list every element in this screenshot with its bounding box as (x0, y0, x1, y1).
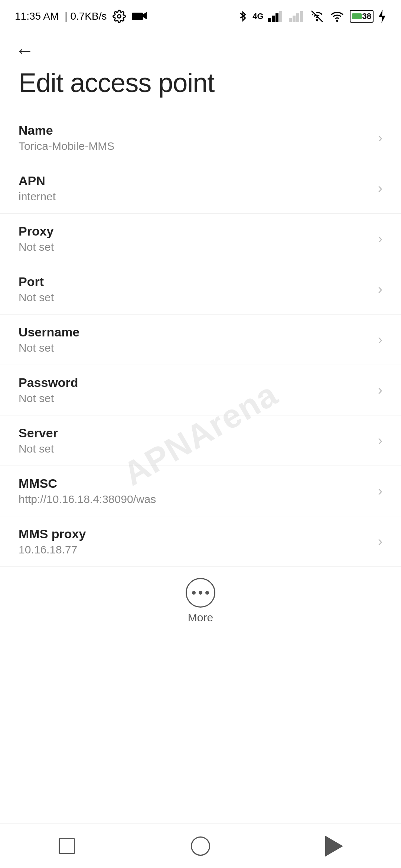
settings-item-proxy[interactable]: Proxy Not set › (0, 214, 401, 264)
gear-icon (113, 10, 126, 23)
settings-value-server: Not set (19, 443, 371, 455)
settings-value-port: Not set (19, 291, 371, 304)
svg-point-13 (336, 20, 338, 22)
svg-rect-1 (132, 13, 143, 20)
settings-label-apn: APN (19, 174, 371, 188)
chevron-right-icon: › (378, 130, 382, 146)
settings-value-mms-proxy: 10.16.18.77 (19, 543, 371, 556)
nav-bar (0, 823, 401, 868)
status-bar: 11:35 AM | 0.7KB/s 4G (0, 0, 401, 30)
chevron-right-icon: › (378, 282, 382, 297)
nav-home-button[interactable] (186, 831, 215, 861)
more-dot-2 (199, 591, 202, 595)
settings-label-password: Password (19, 375, 371, 390)
settings-label-username: Username (19, 325, 371, 339)
settings-label-mms-proxy: MMS proxy (19, 527, 371, 541)
settings-label-name: Name (19, 123, 371, 138)
settings-item-server[interactable]: Server Not set › (0, 415, 401, 466)
bluetooth-icon (238, 10, 248, 23)
signal-bars-icon (268, 10, 284, 23)
svg-rect-8 (293, 16, 296, 22)
svg-rect-4 (272, 16, 275, 22)
settings-value-mmsc: http://10.16.18.4:38090/was (19, 493, 371, 506)
settings-label-proxy: Proxy (19, 224, 371, 239)
settings-item-content-port: Port Not set (19, 274, 371, 304)
settings-value-apn: internet (19, 190, 371, 203)
svg-rect-7 (289, 18, 292, 22)
more-dot-3 (205, 591, 209, 595)
svg-marker-2 (143, 12, 147, 19)
svg-rect-9 (296, 13, 299, 22)
nav-recents-button[interactable] (52, 831, 82, 861)
settings-value-password: Not set (19, 392, 371, 405)
settings-item-content-mmsc: MMSC http://10.16.18.4:38090/was (19, 476, 371, 506)
back-arrow-icon: ← (15, 40, 34, 61)
settings-item-content-username: Username Not set (19, 325, 371, 354)
settings-item-content-name: Name Torica-Mobile-MMS (19, 123, 371, 152)
more-circle-icon (186, 578, 215, 608)
more-dots-icon (192, 591, 209, 595)
svg-marker-14 (379, 10, 385, 23)
more-label: More (188, 611, 213, 624)
back-icon (325, 836, 343, 857)
more-dot-1 (192, 591, 196, 595)
settings-item-content-server: Server Not set (19, 426, 371, 455)
network-4g-icon: 4G (252, 11, 263, 21)
status-left: 11:35 AM | 0.7KB/s (15, 10, 147, 23)
chevron-right-icon: › (378, 433, 382, 448)
settings-item-name[interactable]: Name Torica-Mobile-MMS › (0, 113, 401, 163)
svg-rect-3 (268, 18, 271, 22)
settings-item-apn[interactable]: APN internet › (0, 163, 401, 214)
home-icon (191, 836, 210, 856)
more-button[interactable]: More (0, 567, 401, 631)
settings-label-port: Port (19, 274, 371, 289)
settings-value-name: Torica-Mobile-MMS (19, 140, 371, 152)
page-title: Edit access point (19, 68, 382, 98)
recents-icon (59, 838, 75, 854)
settings-item-username[interactable]: Username Not set › (0, 315, 401, 365)
status-right: 4G (238, 10, 386, 23)
wifi-icon (329, 10, 345, 23)
settings-item-port[interactable]: Port Not set › (0, 264, 401, 315)
settings-list: Name Torica-Mobile-MMS › APN internet › … (0, 113, 401, 567)
chevron-right-icon: › (378, 181, 382, 196)
signal-bars-2-icon (289, 10, 305, 23)
svg-rect-5 (276, 13, 278, 22)
back-button[interactable]: ← (15, 41, 386, 60)
settings-item-mmsc[interactable]: MMSC http://10.16.18.4:38090/was › (0, 466, 401, 516)
chevron-right-icon: › (378, 382, 382, 398)
settings-item-content-proxy: Proxy Not set (19, 224, 371, 253)
camera-icon (132, 10, 147, 22)
settings-item-content-password: Password Not set (19, 375, 371, 405)
settings-label-mmsc: MMSC (19, 476, 371, 491)
svg-rect-10 (300, 11, 303, 22)
chevron-right-icon: › (378, 534, 382, 549)
chevron-right-icon: › (378, 231, 382, 247)
settings-item-content-mms-proxy: MMS proxy 10.16.18.77 (19, 527, 371, 556)
svg-point-12 (316, 20, 317, 21)
svg-point-0 (118, 15, 121, 18)
time-display: 11:35 AM (15, 10, 59, 22)
settings-label-server: Server (19, 426, 371, 440)
charging-icon (378, 10, 386, 23)
chevron-right-icon: › (378, 483, 382, 499)
svg-rect-6 (279, 11, 282, 22)
settings-item-mms-proxy[interactable]: MMS proxy 10.16.18.77 › (0, 516, 401, 567)
wifi-off-icon (310, 10, 325, 23)
speed-display: | 0.7KB/s (65, 10, 107, 22)
settings-value-username: Not set (19, 342, 371, 354)
settings-value-proxy: Not set (19, 241, 371, 253)
chevron-right-icon: › (378, 332, 382, 348)
nav-back-button[interactable] (319, 831, 349, 861)
battery-indicator: 38 (350, 10, 374, 23)
settings-item-content-apn: APN internet (19, 174, 371, 203)
settings-item-password[interactable]: Password Not set › (0, 365, 401, 415)
